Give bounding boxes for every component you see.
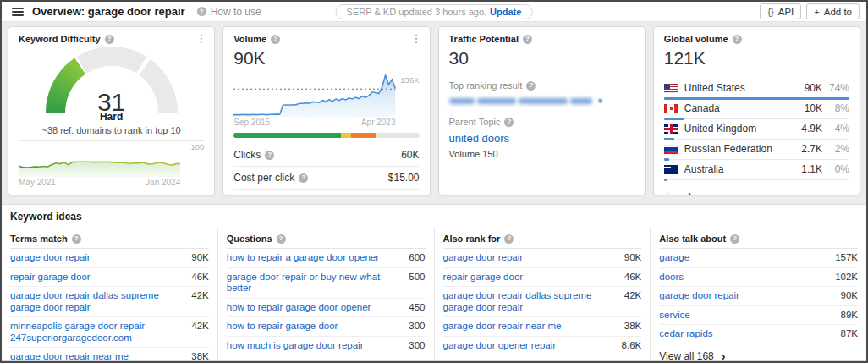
api-button[interactable]: {} API [760, 3, 801, 19]
keyword-link[interactable]: repair garage door [10, 272, 97, 283]
kebab-menu-icon[interactable]: ⋮ [411, 33, 422, 44]
australia-flag-icon [664, 165, 678, 174]
top-bar: Overview: garage door repair ? How to us… [2, 2, 866, 22]
also-talk-about-view-all-link[interactable]: View all 168› [659, 344, 858, 362]
kd-score: 31 [46, 88, 178, 113]
clicks-per-search-row: Clicks per search? 0.67 [233, 189, 419, 195]
kd-y-max-label: 100 [190, 142, 204, 151]
country-row-united-kingdom: United Kingdom 4.9K 4% [664, 119, 849, 140]
keyword-link[interactable]: garage door opener repair [443, 340, 563, 352]
keyword-link[interactable]: minneapolis garage door repair 247superi… [10, 321, 191, 344]
keyword-link[interactable]: service [659, 310, 696, 322]
keyword-link[interactable]: how much is garage door repair [227, 340, 371, 352]
keyword-row: garage door opener repair 8.6K [443, 337, 642, 356]
clicks-bar-mixed-segment [341, 133, 351, 138]
volume-title: Volume ? [233, 34, 419, 44]
parent-topic-label: Parent Topic ? [449, 117, 635, 127]
clicks-breakdown-bar [233, 133, 419, 138]
update-link[interactable]: Update [490, 7, 521, 17]
keyword-ideas-panel: Keyword ideas Terms match? garage door r… [2, 204, 866, 361]
kd-gauge: 31 Hard [46, 47, 178, 123]
keyword-row: service 89K [659, 306, 858, 326]
keyword-link[interactable]: garage [659, 252, 696, 264]
keyword-link[interactable]: how to repair garage door [227, 321, 345, 333]
traffic-potential-card: Traffic Potential ? 30 Top ranking resul… [438, 26, 646, 195]
volume-x-axis: Sep 2015 Apr 2023 0 [233, 118, 419, 127]
kd-x-end: Jan 2024 [146, 178, 180, 187]
keyword-row: garage door repair or buy new what bette… [227, 268, 426, 299]
help-icon[interactable]: ? [504, 234, 514, 244]
keyword-row: minneapolis garage door repair 247superi… [10, 317, 209, 348]
keyword-row: how to repair a garage door opener 600 [227, 249, 426, 268]
chevron-down-icon: ▼ [597, 97, 604, 105]
keyword-link[interactable]: garage door repair dallas supreme garage… [443, 290, 624, 313]
keyword-link[interactable]: cedar rapids [659, 328, 719, 340]
help-icon[interactable]: ? [523, 35, 532, 44]
keyword-difficulty-title: Keyword Difficulty ? [19, 34, 204, 44]
keyword-link[interactable]: garage door repair near me [10, 351, 135, 361]
keyword-link[interactable]: garage door repair [10, 252, 97, 264]
help-icon[interactable]: ? [730, 234, 739, 244]
also-rank-for-column: Also rank for? garage door repair 90K re… [434, 228, 651, 361]
also-rank-for-header: Also rank for? [443, 228, 642, 249]
kd-history-sparkline [19, 141, 180, 177]
uk-flag-icon [664, 124, 678, 134]
how-to-use-link[interactable]: ? How to use [197, 6, 261, 18]
help-icon[interactable]: ? [105, 35, 114, 44]
also-talk-about-column: Also talk about? garage 157K doors 102K … [650, 228, 866, 361]
kd-x-axis: May 2021 Jan 2024 0 [19, 178, 204, 187]
volume-history-sparkline [233, 74, 395, 117]
global-volume-title: Global volume ? [664, 34, 849, 44]
help-icon[interactable]: ? [299, 173, 308, 183]
keyword-link[interactable]: garage door repair dallas supreme garage… [10, 290, 191, 313]
app-window: Overview: garage door repair ? How to us… [0, 0, 868, 363]
volume-x-end: Apr 2023 [361, 118, 396, 127]
help-icon[interactable]: ? [271, 35, 280, 44]
country-volume-list: United States 90K 74% Canada 10K 8% Unit… [664, 79, 849, 180]
keyword-row: garage door repair 90K [443, 249, 642, 268]
add-to-button[interactable]: + Add to [806, 3, 860, 19]
keyword-link[interactable]: garage door repair or buy new what bette… [227, 272, 409, 294]
next-page-icon[interactable]: › [688, 188, 691, 195]
keyword-link[interactable]: doors [659, 272, 690, 283]
chevron-right-icon: › [722, 352, 726, 360]
keyword-link[interactable]: garage door repair [443, 252, 530, 264]
help-icon[interactable]: ? [265, 151, 274, 160]
previous-page-icon[interactable]: ‹ [666, 188, 669, 195]
clicks-value: 60K [401, 149, 419, 161]
also-rank-for-view-all-link[interactable]: View all 2,462› [443, 355, 642, 361]
keyword-link[interactable]: garage door repair [659, 290, 746, 302]
keyword-link[interactable]: how to repair a garage door opener [227, 252, 386, 264]
plus-icon: + [814, 7, 819, 17]
braces-icon: {} [767, 7, 773, 17]
help-icon[interactable]: ? [277, 234, 286, 244]
questions-view-all-link[interactable]: View all 855› [227, 355, 426, 361]
volume-card: Volume ? ⋮ 90K 136K Se [222, 26, 430, 195]
country-row-united-states: United States 90K 74% [664, 79, 849, 99]
keyword-row: how to repair garage door 300 [227, 317, 426, 337]
help-icon[interactable]: ? [504, 118, 514, 127]
volume-value: 90K [233, 48, 419, 69]
kebab-menu-icon[interactable]: ⋮ [195, 33, 206, 44]
top-ranking-result-link-blurred[interactable]: ▼ [449, 97, 635, 105]
hamburger-menu-icon[interactable] [12, 8, 24, 16]
keyword-link[interactable]: repair garage door [443, 272, 530, 283]
volume-y-max-label: 136K [400, 75, 419, 85]
keyword-row: cedar rapids 87K [659, 325, 858, 344]
help-icon[interactable]: ? [526, 81, 536, 91]
keyword-link[interactable]: how to repair garage door opener [227, 302, 378, 314]
volume-x-start: Sep 2015 [233, 118, 270, 127]
help-icon[interactable]: ? [72, 234, 81, 244]
keyword-row: garage door repair 90K [10, 249, 209, 268]
help-icon[interactable]: ? [733, 35, 742, 44]
keyword-link[interactable]: garage door repair near me [443, 321, 569, 333]
also-talk-about-header: Also talk about? [659, 228, 858, 249]
global-volume-value: 121K [664, 48, 849, 69]
kd-subtitle: ~38 ref. domains to rank in top 10 [19, 125, 204, 135]
traffic-potential-value: 30 [449, 48, 635, 69]
country-row-australia: Australia 1.1K 0% [664, 160, 849, 180]
parent-topic-link[interactable]: united doors [449, 132, 510, 145]
keyword-row: garage door repair near me 38K [10, 348, 209, 361]
top-ranking-result-label: Top ranking result ? [449, 80, 635, 91]
keyword-row: how to repair garage door opener 450 [227, 299, 426, 318]
